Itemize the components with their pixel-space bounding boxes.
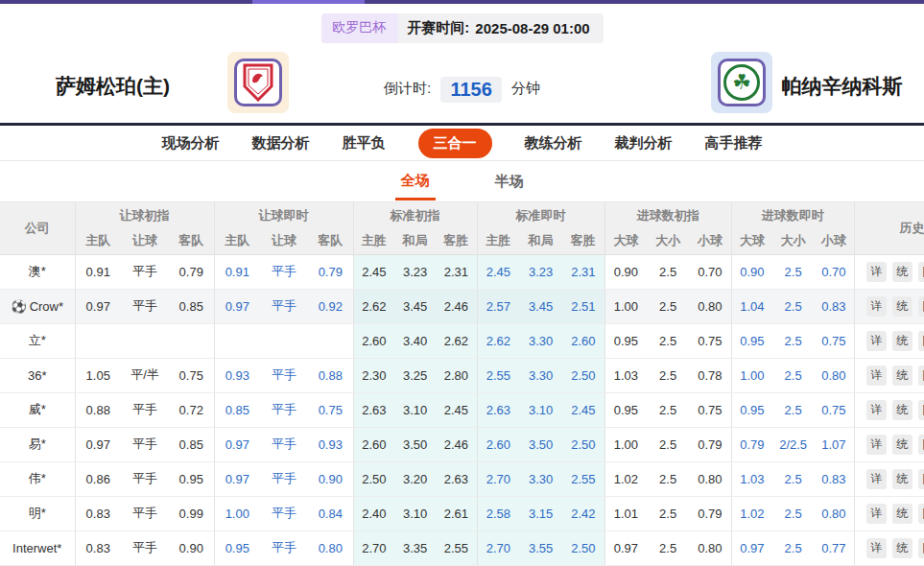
odds-cell[interactable]: 1.07 <box>814 427 854 461</box>
history-button[interactable]: 同 <box>918 504 924 524</box>
odds-cell[interactable]: 0.90 <box>308 461 353 496</box>
odds-cell[interactable]: 0.95 <box>731 323 772 358</box>
tab-expert-picks[interactable]: 高手推荐 <box>705 134 763 153</box>
odds-cell[interactable]: 3.30 <box>519 323 562 358</box>
tab-live-analysis[interactable]: 现场分析 <box>162 134 220 153</box>
odds-cell[interactable]: 0.97 <box>731 531 772 565</box>
odds-cell[interactable]: 2.60 <box>562 323 604 358</box>
odds-cell[interactable]: 平手 <box>260 254 308 289</box>
odds-cell[interactable]: 0.92 <box>308 289 353 323</box>
odds-cell[interactable]: 2.5 <box>772 289 814 323</box>
odds-cell[interactable]: 0.93 <box>214 358 260 392</box>
odds-cell[interactable]: 0.77 <box>814 531 854 565</box>
odds-cell[interactable]: 2.5 <box>772 254 814 289</box>
odds-cell[interactable]: 0.75 <box>308 392 353 427</box>
history-button[interactable]: 统 <box>892 366 912 386</box>
company-cell[interactable]: 明* <box>0 496 75 531</box>
odds-cell[interactable]: 0.88 <box>308 358 353 392</box>
odds-cell[interactable]: 3.10 <box>519 392 562 427</box>
odds-cell[interactable]: 0.90 <box>731 254 772 289</box>
odds-cell[interactable]: 平手 <box>260 496 308 531</box>
odds-cell[interactable]: 3.30 <box>519 461 562 496</box>
odds-cell[interactable]: 3.23 <box>519 254 562 289</box>
odds-cell[interactable]: 2.50 <box>562 358 604 392</box>
history-button[interactable]: 同 <box>918 296 924 317</box>
odds-cell[interactable]: 1.03 <box>731 461 772 496</box>
company-cell[interactable]: 易* <box>0 427 75 461</box>
subtab-half-match[interactable]: 半场 <box>489 164 530 199</box>
company-cell[interactable]: Interwet* <box>0 531 75 565</box>
odds-cell[interactable]: 2.45 <box>562 392 604 427</box>
history-button[interactable]: 统 <box>892 538 912 558</box>
history-button[interactable]: 统 <box>892 435 912 455</box>
history-button[interactable]: 统 <box>892 296 912 317</box>
history-button[interactable]: 详 <box>866 435 887 455</box>
odds-cell[interactable]: 2.60 <box>477 427 519 461</box>
odds-cell[interactable]: 1.00 <box>731 358 772 392</box>
history-button[interactable]: 同 <box>918 262 924 282</box>
history-button[interactable]: 同 <box>918 469 924 489</box>
odds-cell[interactable]: 0.97 <box>214 289 260 323</box>
history-button[interactable]: 详 <box>866 331 887 351</box>
odds-cell[interactable]: 0.79 <box>731 427 772 461</box>
odds-cell[interactable]: 3.45 <box>519 289 562 323</box>
odds-cell[interactable]: 2.50 <box>562 531 604 565</box>
odds-cell[interactable]: 0.75 <box>814 323 854 358</box>
odds-cell[interactable]: 0.95 <box>214 531 260 565</box>
company-cell[interactable]: 36* <box>0 358 75 392</box>
odds-cell[interactable]: 2.5 <box>772 323 814 358</box>
odds-cell[interactable]: 2.5 <box>772 358 814 392</box>
history-button[interactable]: 详 <box>866 262 887 282</box>
tab-win-draw-lose[interactable]: 胜平负 <box>343 134 386 153</box>
odds-cell[interactable]: 3.50 <box>519 427 562 461</box>
odds-cell[interactable]: 2.51 <box>562 289 604 323</box>
history-button[interactable]: 同 <box>918 538 924 558</box>
tab-three-in-one[interactable]: 三合一 <box>418 129 492 158</box>
odds-cell[interactable]: 2.58 <box>477 496 519 531</box>
odds-cell[interactable]: 0.79 <box>308 254 353 289</box>
odds-cell[interactable]: 1.04 <box>731 289 772 323</box>
company-cell[interactable]: 立* <box>0 323 75 358</box>
odds-cell[interactable]: 0.80 <box>814 358 854 392</box>
history-button[interactable]: 同 <box>918 331 924 351</box>
history-button[interactable]: 详 <box>866 538 887 558</box>
odds-cell[interactable]: 2.50 <box>562 427 604 461</box>
history-button[interactable]: 详 <box>866 366 887 386</box>
odds-cell[interactable]: 0.80 <box>814 496 854 531</box>
odds-cell[interactable]: 0.70 <box>814 254 854 289</box>
history-button[interactable]: 统 <box>892 262 912 282</box>
odds-cell[interactable]: 0.95 <box>731 392 772 427</box>
odds-cell[interactable]: 平手 <box>260 358 308 392</box>
history-button[interactable]: 同 <box>918 366 924 386</box>
odds-cell[interactable]: 0.83 <box>814 461 854 496</box>
history-button[interactable]: 统 <box>892 469 912 489</box>
odds-cell[interactable]: 2.57 <box>477 289 519 323</box>
odds-cell[interactable]: 2.5 <box>772 392 814 427</box>
odds-cell[interactable]: 2.42 <box>562 496 604 531</box>
odds-cell[interactable]: 2.55 <box>477 358 519 392</box>
odds-cell[interactable]: 2.63 <box>477 392 519 427</box>
odds-cell[interactable]: 2.70 <box>477 531 519 565</box>
odds-cell[interactable]: 0.75 <box>814 392 854 427</box>
odds-cell[interactable]: 2.70 <box>477 461 519 496</box>
history-button[interactable]: 详 <box>866 296 887 317</box>
tab-data-analysis[interactable]: 数据分析 <box>252 134 310 153</box>
odds-cell[interactable]: 2.5 <box>772 461 814 496</box>
tab-referee-analysis[interactable]: 裁判分析 <box>615 134 673 153</box>
history-button[interactable]: 同 <box>918 435 924 455</box>
odds-cell[interactable]: 0.93 <box>308 427 353 461</box>
odds-cell[interactable]: 0.83 <box>814 289 854 323</box>
odds-cell[interactable]: 3.15 <box>519 496 562 531</box>
odds-cell[interactable]: 3.30 <box>519 358 562 392</box>
odds-cell[interactable]: 2.62 <box>477 323 519 358</box>
odds-cell[interactable]: 0.97 <box>214 461 260 496</box>
odds-cell[interactable]: 0.85 <box>214 392 260 427</box>
company-cell[interactable]: 威* <box>0 392 75 427</box>
company-cell[interactable]: 伟* <box>0 461 75 496</box>
odds-cell[interactable]: 0.97 <box>214 427 260 461</box>
subtab-full-match[interactable]: 全场 <box>395 163 436 200</box>
tab-coach-analysis[interactable]: 教练分析 <box>525 134 582 153</box>
history-button[interactable]: 详 <box>866 400 887 420</box>
odds-cell[interactable]: 平手 <box>260 392 308 427</box>
history-button[interactable]: 详 <box>866 504 887 524</box>
